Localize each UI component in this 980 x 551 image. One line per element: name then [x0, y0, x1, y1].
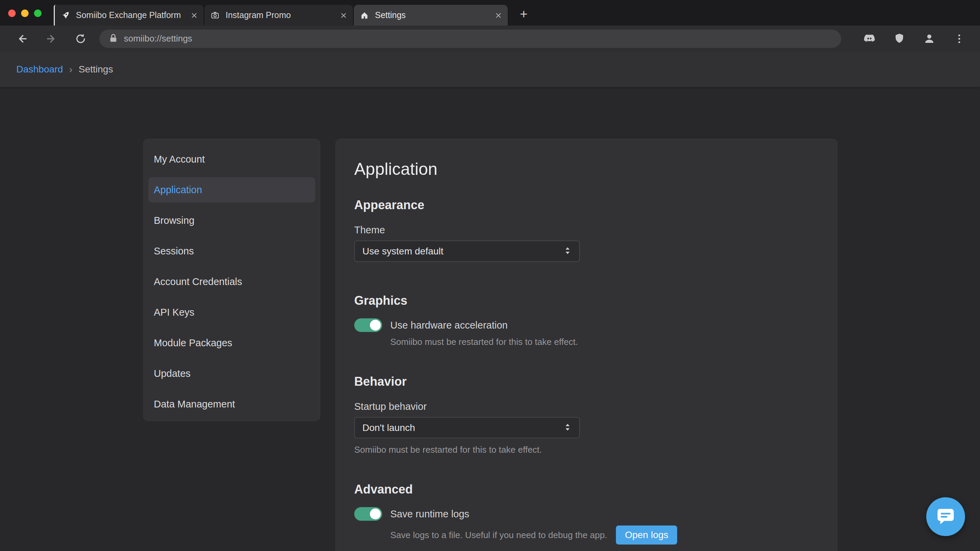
toggle-knob: [370, 320, 381, 330]
toggle-knob: [370, 508, 381, 519]
discord-icon[interactable]: [863, 32, 876, 45]
select-chevrons-icon: [563, 246, 572, 257]
behavior-helper-text: Somiibo must be restarted for this to ta…: [354, 445, 819, 455]
hardware-acceleration-row: Use hardware acceleration: [354, 318, 819, 332]
advanced-helper-text: Save logs to a file. Useful if you need …: [390, 530, 607, 540]
startup-behavior-label: Startup behavior: [354, 401, 819, 412]
breadcrumb-separator: ›: [69, 64, 73, 75]
section-heading-behavior: Behavior: [354, 374, 819, 389]
hardware-acceleration-toggle[interactable]: [354, 318, 382, 332]
lock-icon: [108, 33, 118, 44]
breadcrumb: Dashboard › Settings: [0, 52, 980, 87]
tab-label: Settings: [375, 10, 489, 20]
sidebar-item-api-keys[interactable]: API Keys: [148, 300, 315, 325]
sidebar-item-updates[interactable]: Updates: [148, 361, 315, 386]
save-runtime-logs-toggle[interactable]: [354, 507, 382, 521]
minimize-window-button[interactable]: [21, 10, 29, 17]
sidebar-item-sessions[interactable]: Sessions: [148, 238, 315, 264]
menu-kebab-icon[interactable]: [953, 32, 966, 45]
browser-navbar: somiibo://settings: [0, 25, 980, 52]
shield-icon[interactable]: [893, 32, 906, 45]
select-chevrons-icon: [563, 422, 572, 433]
sidebar-item-module-packages[interactable]: Module Packages: [148, 330, 315, 356]
close-tab-icon[interactable]: ×: [495, 10, 501, 21]
hardware-acceleration-label: Use hardware acceleration: [390, 320, 508, 331]
window-controls: [8, 10, 41, 17]
theme-select-value: Use system default: [363, 246, 563, 257]
tab-label: Instagram Promo: [226, 10, 334, 20]
save-runtime-logs-label: Save runtime logs: [390, 508, 469, 520]
tab-settings[interactable]: Settings ×: [354, 5, 508, 25]
startup-behavior-select[interactable]: Don't launch: [354, 417, 580, 438]
graphics-helper-text: Somiibo must be restarted for this to ta…: [390, 337, 819, 347]
home-icon: [360, 11, 369, 20]
settings-content-panel: Application Appearance Theme Use system …: [336, 139, 837, 551]
close-window-button[interactable]: [8, 10, 16, 17]
open-logs-button[interactable]: Open logs: [616, 526, 677, 545]
close-tab-icon[interactable]: ×: [340, 10, 347, 21]
close-tab-icon[interactable]: ×: [191, 10, 197, 21]
profile-icon[interactable]: [923, 32, 936, 45]
theme-label: Theme: [354, 224, 819, 236]
new-tab-button[interactable]: +: [515, 5, 533, 23]
sidebar-item-account-credentials[interactable]: Account Credentials: [148, 269, 315, 294]
sidebar-item-application[interactable]: Application: [148, 177, 315, 202]
chat-support-button[interactable]: [926, 497, 965, 536]
section-heading-advanced: Advanced: [354, 482, 819, 497]
breadcrumb-dashboard-link[interactable]: Dashboard: [16, 64, 63, 75]
chat-bubble-icon: [936, 506, 956, 527]
settings-page: My Account Application Browsing Sessions…: [0, 87, 980, 551]
address-bar[interactable]: somiibo://settings: [99, 30, 841, 48]
page-title: Application: [354, 159, 819, 179]
section-heading-graphics: Graphics: [354, 293, 819, 308]
tab-instagram-promo[interactable]: Instagram Promo ×: [205, 5, 353, 25]
reload-button[interactable]: [74, 32, 87, 45]
tab-label: Somiibo Exchange Platform: [76, 10, 185, 20]
window-titlebar: Somiibo Exchange Platform × Instagram Pr…: [0, 0, 980, 25]
save-runtime-logs-row: Save runtime logs: [354, 507, 819, 521]
startup-behavior-select-value: Don't launch: [363, 422, 563, 433]
tab-strip: Somiibo Exchange Platform × Instagram Pr…: [54, 5, 533, 25]
back-button[interactable]: [16, 32, 29, 45]
navbar-actions: [863, 32, 970, 45]
zoom-window-button[interactable]: [34, 10, 41, 17]
settings-sidebar: My Account Application Browsing Sessions…: [143, 139, 320, 421]
somiibo-logo-icon: [61, 11, 70, 20]
sidebar-item-browsing[interactable]: Browsing: [148, 208, 315, 233]
camera-icon: [211, 11, 220, 20]
sidebar-item-my-account[interactable]: My Account: [148, 147, 315, 172]
section-heading-appearance: Appearance: [354, 198, 819, 213]
url-text: somiibo://settings: [124, 33, 192, 44]
advanced-helper-row: Save logs to a file. Useful if you need …: [390, 526, 819, 545]
tab-somiibo-exchange-platform[interactable]: Somiibo Exchange Platform ×: [54, 5, 204, 25]
theme-select[interactable]: Use system default: [354, 240, 580, 262]
forward-button[interactable]: [45, 32, 58, 45]
breadcrumb-current: Settings: [79, 64, 113, 75]
sidebar-item-data-management[interactable]: Data Management: [148, 392, 315, 417]
